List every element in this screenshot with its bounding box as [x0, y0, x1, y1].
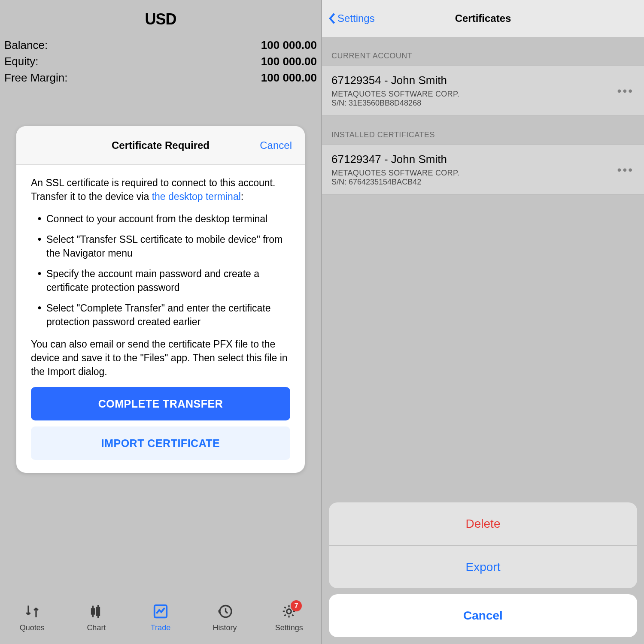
- modal-step-2: Select "Transfer SSL certificate to mobi…: [38, 233, 290, 260]
- cert2-company: METAQUOTES SOFTWARE CORP.: [331, 169, 635, 178]
- cert1-serial: S/N: 31E3560BB8D48268: [331, 99, 635, 108]
- modal-intro: An SSL certificate is required to connec…: [31, 176, 290, 203]
- certificate-required-modal: Certificate Required Cancel An SSL certi…: [16, 126, 305, 473]
- equity-row: Equity: 100 000.00: [4, 53, 317, 70]
- action-cancel-button[interactable]: Cancel: [329, 594, 637, 637]
- svg-rect-0: [92, 609, 94, 614]
- balance-label: Balance:: [4, 37, 48, 53]
- modal-title: Certificate Required: [112, 139, 210, 151]
- balance-row: Balance: 100 000.00: [4, 37, 317, 53]
- quotes-icon: [24, 603, 41, 620]
- nav-bar: Settings Certificates: [322, 0, 644, 37]
- chevron-left-icon: [328, 12, 336, 24]
- cert1-more-icon[interactable]: •••: [617, 84, 634, 98]
- modal-outro: You can also email or send the certifica…: [31, 337, 290, 378]
- chart-icon: [88, 603, 105, 620]
- equity-value: 100 000.00: [261, 53, 317, 70]
- action-export-button[interactable]: Export: [329, 545, 637, 588]
- svg-rect-1: [97, 608, 100, 615]
- cert2-title: 67129347 - John Smith: [331, 153, 635, 166]
- free-margin-label: Free Margin:: [4, 70, 67, 86]
- current-account-cert-row[interactable]: 67129354 - John Smith METAQUOTES SOFTWAR…: [322, 66, 644, 116]
- desktop-terminal-link[interactable]: the desktop terminal: [152, 191, 241, 202]
- page-title: Certificates: [455, 12, 511, 24]
- tab-quotes-label: Quotes: [20, 623, 45, 632]
- free-margin-row: Free Margin: 100 000.00: [4, 70, 317, 86]
- tab-chart[interactable]: Chart: [70, 603, 122, 632]
- tab-settings-label: Settings: [275, 623, 303, 632]
- modal-step-1: Connect to your account from the desktop…: [38, 212, 290, 226]
- modal-step-4: Select "Complete Transfer" and enter the…: [38, 301, 290, 329]
- bottom-tab-bar: Quotes Chart Trade History: [0, 591, 321, 644]
- currency-label: USD: [0, 10, 321, 28]
- action-sheet: Delete Export Cancel: [329, 502, 637, 637]
- settings-badge: 7: [291, 600, 302, 611]
- svg-point-4: [287, 609, 292, 614]
- trade-header: USD: [0, 0, 321, 28]
- tab-trade[interactable]: Trade: [135, 603, 186, 632]
- action-delete-button[interactable]: Delete: [329, 502, 637, 545]
- cert1-title: 67129354 - John Smith: [331, 74, 635, 87]
- gear-icon: 7: [280, 603, 298, 620]
- equity-label: Equity:: [4, 53, 39, 70]
- tab-chart-label: Chart: [87, 623, 106, 632]
- cert2-serial: S/N: 6764235154BACB42: [331, 178, 635, 187]
- section-installed-certs: INSTALLED CERTIFICATES: [322, 116, 644, 145]
- tab-history-label: History: [213, 623, 237, 632]
- tab-history[interactable]: History: [199, 603, 251, 632]
- section-current-account: CURRENT ACCOUNT: [322, 37, 644, 66]
- tab-quotes[interactable]: Quotes: [6, 603, 58, 632]
- back-label: Settings: [337, 12, 375, 24]
- import-certificate-button[interactable]: IMPORT CERTIFICATE: [31, 426, 290, 460]
- balance-value: 100 000.00: [261, 37, 317, 53]
- back-button[interactable]: Settings: [328, 0, 375, 37]
- trade-icon: [152, 603, 169, 620]
- tab-trade-label: Trade: [151, 623, 170, 632]
- tab-settings[interactable]: 7 Settings: [263, 603, 315, 632]
- free-margin-value: 100 000.00: [261, 70, 317, 86]
- installed-cert-row[interactable]: 67129347 - John Smith METAQUOTES SOFTWAR…: [322, 145, 644, 195]
- history-icon: [216, 603, 234, 620]
- modal-step-3: Specify the account main password and cr…: [38, 267, 290, 294]
- complete-transfer-button[interactable]: COMPLETE TRANSFER: [31, 387, 290, 420]
- cert1-company: METAQUOTES SOFTWARE CORP.: [331, 90, 635, 99]
- cert2-more-icon[interactable]: •••: [617, 163, 634, 177]
- modal-cancel-button[interactable]: Cancel: [260, 126, 292, 164]
